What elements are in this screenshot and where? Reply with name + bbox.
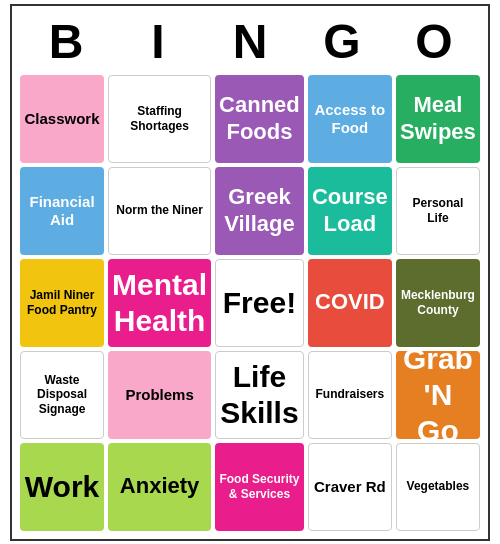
bingo-cell-3: Access to Food	[308, 75, 392, 163]
bingo-cell-16: Problems	[108, 351, 211, 439]
bingo-cell-4: Meal Swipes	[396, 75, 480, 163]
bingo-cell-5: Financial Aid	[20, 167, 104, 255]
bingo-letter-o: O	[390, 14, 478, 69]
bingo-cell-19: Grab 'N Go	[396, 351, 480, 439]
bingo-cell-24: Vegetables	[396, 443, 480, 531]
bingo-header: BINGO	[20, 14, 480, 69]
bingo-card: BINGO ClassworkStaffing ShortagesCanned …	[10, 4, 490, 541]
bingo-letter-n: N	[206, 14, 294, 69]
bingo-cell-17: Life Skills	[215, 351, 304, 439]
bingo-letter-i: I	[114, 14, 202, 69]
bingo-cell-21: Anxiety	[108, 443, 211, 531]
bingo-cell-18: Fundraisers	[308, 351, 392, 439]
bingo-cell-12: Free!	[215, 259, 304, 347]
bingo-cell-8: Course Load	[308, 167, 392, 255]
bingo-cell-14: Mecklenburg County	[396, 259, 480, 347]
bingo-cell-23: Craver Rd	[308, 443, 392, 531]
bingo-grid: ClassworkStaffing ShortagesCanned FoodsA…	[20, 75, 480, 531]
bingo-cell-20: Work	[20, 443, 104, 531]
bingo-cell-9: Personal Life	[396, 167, 480, 255]
bingo-cell-0: Classwork	[20, 75, 104, 163]
bingo-cell-11: Mental Health	[108, 259, 211, 347]
bingo-cell-1: Staffing Shortages	[108, 75, 211, 163]
bingo-cell-13: COVID	[308, 259, 392, 347]
bingo-cell-6: Norm the Niner	[108, 167, 211, 255]
bingo-letter-b: B	[22, 14, 110, 69]
bingo-cell-2: Canned Foods	[215, 75, 304, 163]
bingo-letter-g: G	[298, 14, 386, 69]
bingo-cell-10: Jamil Niner Food Pantry	[20, 259, 104, 347]
bingo-cell-7: Greek Village	[215, 167, 304, 255]
bingo-cell-15: Waste Disposal Signage	[20, 351, 104, 439]
bingo-cell-22: Food Security & Services	[215, 443, 304, 531]
